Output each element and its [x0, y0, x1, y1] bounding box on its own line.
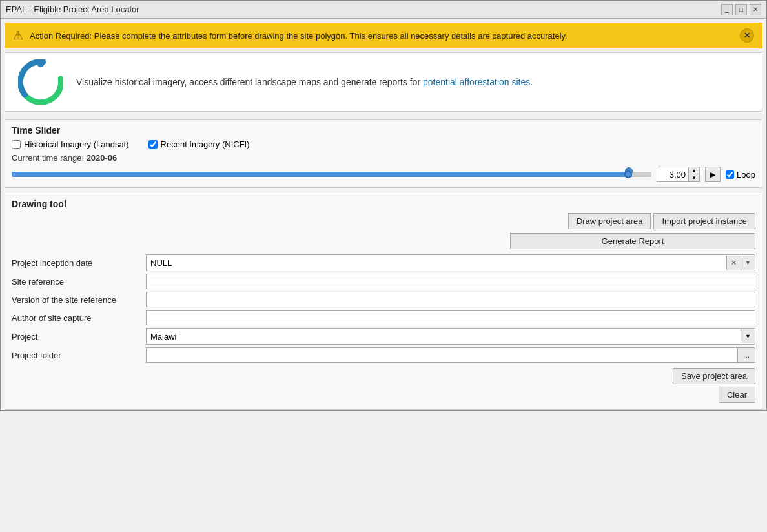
- time-slider-section: Time Slider Historical Imagery (Landsat)…: [5, 119, 762, 188]
- recent-imagery-checkbox[interactable]: [148, 140, 158, 149]
- current-time-label: Current time range:: [12, 153, 84, 163]
- window-title: EPAL - Eligible Project Area Locator: [6, 5, 139, 14]
- close-button[interactable]: ✕: [750, 4, 761, 15]
- import-project-instance-button[interactable]: Import project instance: [653, 213, 755, 229]
- clear-button[interactable]: Clear: [719, 387, 755, 403]
- logo-link[interactable]: potential afforestation sites: [423, 77, 530, 87]
- time-slider-title: Time Slider: [12, 125, 755, 136]
- drawing-tool-section: Drawing tool Draw project area Import pr…: [5, 192, 762, 410]
- draw-project-area-button[interactable]: Draw project area: [568, 213, 651, 229]
- clear-button-row: Clear: [12, 387, 755, 403]
- site-reference-input[interactable]: [146, 274, 755, 289]
- slider-row: ▲ ▼ ▶ Loop: [12, 167, 755, 182]
- app-logo: [18, 59, 63, 105]
- speed-input[interactable]: [657, 169, 688, 181]
- author-label: Author of site capture: [12, 311, 141, 325]
- generate-row: Generate Report: [12, 233, 755, 249]
- project-folder-wrapper: ...: [146, 347, 755, 363]
- inception-date-dropdown-button[interactable]: ▼: [741, 256, 755, 270]
- version-label: Version of the site reference: [12, 292, 141, 307]
- speed-down-button[interactable]: ▼: [689, 174, 699, 181]
- logo-description: Visualize historical imagery, access dif…: [76, 77, 749, 87]
- inception-date-label: Project inception date: [12, 256, 141, 271]
- logo-text-before: Visualize historical imagery, access dif…: [76, 77, 423, 87]
- svg-point-2: [37, 61, 45, 68]
- save-project-area-button[interactable]: Save project area: [673, 368, 755, 384]
- inception-date-clear-button[interactable]: ✕: [726, 256, 741, 270]
- minimize-button[interactable]: ⎯: [721, 4, 733, 15]
- imagery-options-row: Historical Imagery (Landsat) Recent Imag…: [12, 139, 755, 149]
- loop-label: Loop: [737, 170, 755, 179]
- play-button[interactable]: ▶: [705, 167, 721, 182]
- project-select[interactable]: Malawi Kenya Tanzania Uganda: [147, 329, 741, 344]
- top-buttons-row: Draw project area Import project instanc…: [12, 213, 755, 229]
- time-range-input[interactable]: [12, 169, 651, 173]
- alert-text: Action Required: Please complete the att…: [30, 31, 733, 41]
- site-reference-label: Site reference: [12, 274, 141, 289]
- alert-bar: ⚠ Action Required: Please complete the a…: [5, 23, 762, 48]
- historical-imagery-checkbox[interactable]: [12, 140, 21, 149]
- loop-checkbox[interactable]: [726, 170, 734, 179]
- time-slider-track: [12, 172, 651, 177]
- speed-up-button[interactable]: ▲: [689, 167, 699, 174]
- alert-icon: ⚠: [13, 28, 23, 43]
- alert-close-button[interactable]: ✕: [740, 28, 754, 43]
- current-time-value: 2020-06: [87, 153, 118, 163]
- project-label: Project: [12, 329, 141, 344]
- form-grid: Project inception date ✕ ▼ Site referenc…: [12, 254, 755, 363]
- project-folder-browse-button[interactable]: ...: [737, 347, 755, 363]
- generate-report-button[interactable]: Generate Report: [510, 233, 755, 249]
- maximize-button[interactable]: □: [735, 4, 747, 15]
- titlebar: EPAL - Eligible Project Area Locator ⎯ □…: [1, 1, 766, 19]
- window-controls: ⎯ □ ✕: [721, 4, 761, 15]
- spinbox-arrows: ▲ ▼: [688, 167, 699, 181]
- current-time-row: Current time range: 2020-06: [12, 153, 755, 163]
- main-window: EPAL - Eligible Project Area Locator ⎯ □…: [0, 0, 767, 411]
- loop-option: Loop: [726, 170, 755, 179]
- recent-imagery-option: Recent Imagery (NICFI): [148, 139, 250, 149]
- action-buttons-row: Save project area: [12, 368, 755, 384]
- author-input[interactable]: [146, 310, 755, 325]
- project-select-arrow: ▼: [741, 329, 755, 343]
- project-folder-input[interactable]: [146, 347, 737, 363]
- version-input[interactable]: [146, 292, 755, 307]
- project-folder-label: Project folder: [12, 348, 141, 363]
- speed-spinbox: ▲ ▼: [657, 167, 700, 182]
- inception-date-input[interactable]: [147, 255, 726, 271]
- recent-imagery-label: Recent Imagery (NICFI): [161, 139, 250, 149]
- logo-text-after: .: [530, 77, 533, 87]
- logo-section: Visualize historical imagery, access dif…: [5, 52, 762, 112]
- historical-imagery-option: Historical Imagery (Landsat): [12, 139, 129, 149]
- inception-date-wrapper: ✕ ▼: [146, 254, 755, 271]
- project-select-wrapper: Malawi Kenya Tanzania Uganda ▼: [146, 328, 755, 345]
- drawing-tool-title: Drawing tool: [12, 199, 755, 209]
- historical-imagery-label: Historical Imagery (Landsat): [24, 139, 129, 149]
